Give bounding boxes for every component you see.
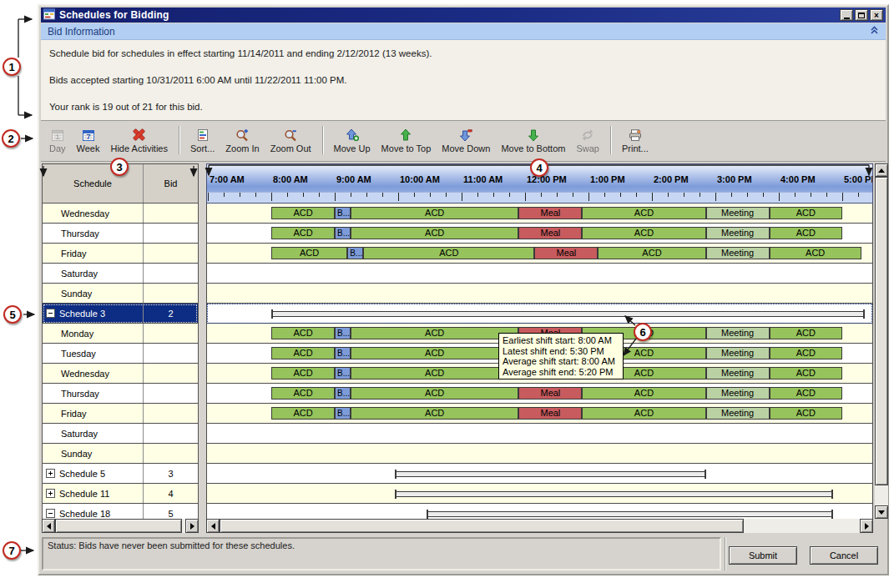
activity-bar-acd[interactable]: ACD: [770, 407, 842, 420]
activity-bar-acd[interactable]: ACD: [363, 247, 534, 259]
activity-bar-meal[interactable]: Meal: [534, 247, 598, 259]
activity-bar-acd[interactable]: ACD: [351, 207, 518, 219]
activity-bar-meal[interactable]: Meal: [518, 407, 582, 420]
activity-bar-acd[interactable]: ACD: [770, 207, 842, 219]
table-row-saturday[interactable]: Saturday: [43, 264, 198, 284]
activity-bar-acd[interactable]: ACD: [770, 367, 842, 379]
timeline-row-saturday[interactable]: [207, 264, 872, 284]
activity-bar-acd[interactable]: ACD: [598, 247, 705, 259]
activity-bar-acd[interactable]: ACD: [770, 327, 842, 339]
move-up-button[interactable]: Move Up: [329, 126, 376, 154]
collapse-box-icon[interactable]: [46, 509, 55, 518]
activity-bar-acd[interactable]: ACD: [770, 247, 861, 259]
timeline-row-friday[interactable]: ACDB...ACDMealACDMeetingACD: [207, 404, 872, 424]
activity-bar-acd[interactable]: ACD: [271, 387, 335, 400]
table-row-friday[interactable]: Friday: [43, 404, 198, 424]
scroll-left-button[interactable]: [206, 519, 220, 533]
column-header-bid[interactable]: Bid: [144, 164, 198, 203]
week-button[interactable]: 7Week: [72, 126, 105, 154]
zoom-out-button[interactable]: Zoom Out: [265, 126, 316, 154]
activity-bar-break[interactable]: B...: [335, 207, 351, 219]
table-row-tuesday[interactable]: Tuesday: [43, 344, 198, 364]
activity-bar-meeting[interactable]: Meeting: [706, 227, 770, 239]
timeline-row-sunday[interactable]: [207, 444, 872, 464]
activity-bar-break[interactable]: B...: [335, 347, 351, 359]
timeline-vertical-scrollbar[interactable]: [875, 163, 888, 519]
column-header-schedule[interactable]: Schedule: [43, 164, 144, 203]
activity-bar-acd[interactable]: ACD: [351, 327, 518, 339]
activity-bar-acd[interactable]: ACD: [271, 207, 335, 219]
timeline-row-schedule-11[interactable]: [207, 484, 872, 504]
timeline-row-thursday[interactable]: ACDB...ACDMealACDMeetingACD: [207, 384, 872, 404]
scroll-right-button[interactable]: [860, 519, 873, 533]
activity-bar-acd[interactable]: ACD: [271, 347, 335, 359]
activity-bar-break[interactable]: B...: [335, 387, 351, 400]
activity-bar-acd[interactable]: ACD: [271, 407, 335, 420]
timeline-row-friday[interactable]: ACDB...ACDMealACDMeetingACD: [207, 244, 872, 264]
shift-span-bar[interactable]: [427, 510, 832, 519]
maximize-button[interactable]: [855, 9, 868, 21]
activity-bar-acd[interactable]: ACD: [582, 407, 705, 420]
activity-bar-meeting[interactable]: Meeting: [706, 367, 770, 379]
collapse-box-icon[interactable]: [46, 309, 55, 318]
minimize-button[interactable]: [840, 9, 853, 21]
table-row-friday[interactable]: Friday: [43, 244, 198, 264]
move-to-bottom-button[interactable]: Move to Bottom: [496, 126, 570, 154]
activity-bar-break[interactable]: B...: [347, 247, 363, 259]
expand-box-icon[interactable]: [46, 469, 55, 478]
scroll-right-button[interactable]: [185, 519, 199, 533]
activity-bar-meeting[interactable]: Meeting: [706, 407, 770, 420]
activity-bar-meal[interactable]: Meal: [518, 227, 582, 239]
activity-bar-acd[interactable]: ACD: [271, 227, 335, 239]
timeline-row-schedule-3[interactable]: [207, 304, 872, 324]
timeline-row-schedule-18[interactable]: [207, 504, 872, 519]
table-row-schedule-3[interactable]: Schedule 32: [43, 304, 198, 324]
table-row-sunday[interactable]: Sunday: [43, 284, 198, 304]
timeline-row-thursday[interactable]: ACDB...ACDMealACDMeetingACD: [207, 224, 872, 244]
activity-bar-acd[interactable]: ACD: [770, 347, 842, 359]
activity-bar-meeting[interactable]: Meeting: [706, 347, 770, 359]
table-row-sunday[interactable]: Sunday: [43, 444, 198, 464]
scroll-thumb[interactable]: [220, 519, 744, 533]
timeline-row-saturday[interactable]: [207, 424, 872, 444]
table-row-wednesday[interactable]: Wednesday: [43, 204, 198, 224]
activity-bar-meeting[interactable]: Meeting: [706, 327, 770, 339]
table-row-monday[interactable]: Monday: [43, 324, 198, 344]
table-row-schedule-18[interactable]: Schedule 185: [43, 504, 198, 519]
table-row-wednesday[interactable]: Wednesday: [43, 364, 198, 384]
scroll-down-button[interactable]: [875, 505, 888, 519]
expand-box-icon[interactable]: [46, 489, 55, 498]
scroll-thumb[interactable]: [55, 519, 182, 533]
activity-bar-break[interactable]: B...: [335, 227, 351, 239]
zoom-in-button[interactable]: Zoom In: [220, 126, 264, 154]
timeline-row-schedule-5[interactable]: [207, 464, 872, 484]
table-row-saturday[interactable]: Saturday: [43, 424, 198, 444]
activity-bar-acd[interactable]: ACD: [351, 387, 518, 400]
table-row-schedule-11[interactable]: Schedule 114: [43, 484, 198, 504]
activity-bar-acd[interactable]: ACD: [582, 207, 705, 219]
scroll-up-button[interactable]: [875, 163, 888, 177]
shift-span-bar[interactable]: [395, 470, 705, 479]
activity-bar-meeting[interactable]: Meeting: [706, 387, 770, 400]
hide-activities-button[interactable]: Hide Activities: [105, 126, 172, 154]
activity-bar-acd[interactable]: ACD: [271, 247, 347, 259]
activity-bar-acd[interactable]: ACD: [770, 387, 842, 400]
activity-bar-acd[interactable]: ACD: [271, 327, 335, 339]
move-to-top-button[interactable]: Move to Top: [376, 126, 437, 154]
scroll-thumb[interactable]: [875, 177, 888, 485]
move-down-button[interactable]: Move Down: [437, 126, 495, 154]
activity-bar-acd[interactable]: ACD: [351, 227, 518, 239]
table-row-thursday[interactable]: Thursday: [43, 224, 198, 244]
submit-button[interactable]: Submit: [729, 546, 797, 565]
activity-bar-break[interactable]: B...: [335, 407, 351, 420]
activity-bar-acd[interactable]: ACD: [271, 367, 335, 379]
activity-bar-acd[interactable]: ACD: [351, 347, 518, 359]
activity-bar-meeting[interactable]: Meeting: [706, 247, 770, 259]
collapse-chevron-icon[interactable]: [870, 25, 879, 38]
table-row-schedule-5[interactable]: Schedule 53: [43, 464, 198, 484]
shift-span-bar[interactable]: [395, 490, 832, 499]
activity-bar-acd[interactable]: ACD: [770, 227, 842, 239]
timeline-horizontal-scrollbar[interactable]: [206, 519, 873, 533]
activity-bar-acd[interactable]: ACD: [582, 387, 705, 400]
timeline-row-wednesday[interactable]: ACDB...ACDMealACDMeetingACD: [207, 204, 872, 224]
